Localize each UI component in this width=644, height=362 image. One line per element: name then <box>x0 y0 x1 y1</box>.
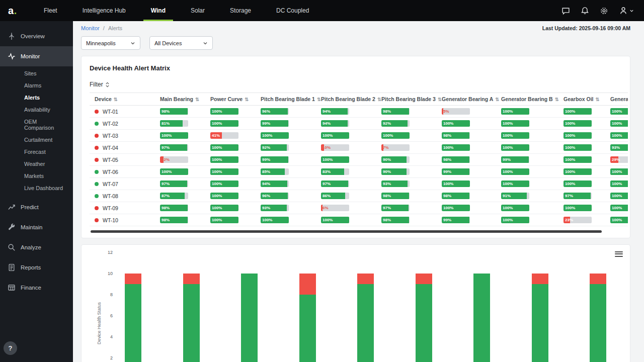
health-bar: 12% <box>160 156 188 163</box>
column-header-device[interactable]: Device⇅ <box>90 93 160 106</box>
nav-item-intelligence-hub[interactable]: Intelligence Hub <box>70 0 138 21</box>
health-bar: 90% <box>381 156 410 163</box>
help-button[interactable]: ? <box>4 341 17 355</box>
bar-segment-healthy[interactable] <box>473 274 490 362</box>
bar-segment-healthy[interactable] <box>416 284 432 362</box>
turbine-icon <box>8 32 16 40</box>
sidebar-item-predict[interactable]: Predict <box>0 197 73 217</box>
sidebar-subitem-sites[interactable]: Sites <box>0 67 73 79</box>
bar-segment-alert[interactable] <box>532 274 548 284</box>
sidebar-item-reports[interactable]: Reports <box>0 257 73 278</box>
health-bar: 92% <box>381 120 410 127</box>
health-bar: 100% <box>501 108 529 115</box>
app-logo[interactable]: a. <box>0 5 31 17</box>
matrix-filter-label: Filter <box>90 81 103 88</box>
health-bar: 100% <box>610 180 628 187</box>
column-header-label: Generator Winding <box>610 96 628 102</box>
nav-item-solar[interactable]: Solar <box>178 0 217 21</box>
health-bar: 97% <box>321 180 349 187</box>
sidebar-subitem-forecast[interactable]: Forecast <box>0 146 73 158</box>
breadcrumb-monitor-link[interactable]: Monitor <box>81 25 100 31</box>
sort-icon[interactable]: ⇅ <box>438 97 442 102</box>
column-header-pitch-bearing-blade-1[interactable]: Pitch Bearing Blade 1⇅ <box>261 93 321 106</box>
settings-gear-icon[interactable] <box>600 7 608 15</box>
column-header-main-bearing[interactable]: Main Bearing⇅ <box>160 93 210 106</box>
status-dot <box>95 170 99 174</box>
nav-item-fleet[interactable]: Fleet <box>31 0 70 21</box>
health-percent-label: 100% <box>383 132 393 139</box>
sidebar-subitem-live-dashboard[interactable]: Live Dashboard <box>0 182 73 194</box>
column-header-pitch-bearing-blade-2[interactable]: Pitch Bearing Blade 2⇅ <box>321 93 381 106</box>
health-percent-label: 100% <box>262 132 272 139</box>
chat-icon[interactable] <box>561 7 570 15</box>
health-percent-label: 99% <box>503 156 511 163</box>
site-select-value: Minneapolis <box>86 40 116 46</box>
column-header-generator-bearing-b[interactable]: Generator Bearing B⇅ <box>501 93 564 106</box>
health-percent-label: 100% <box>323 156 333 163</box>
matrix-title: Device Health Alert Matrix <box>90 64 622 72</box>
health-status-chart-card: Device Health Status 24681012 <box>81 244 630 362</box>
sidebar-subitem-oem-comparison[interactable]: OEM Comparison <box>0 116 73 134</box>
health-percent-label: 100% <box>612 217 622 223</box>
bar-segment-healthy[interactable] <box>590 284 606 362</box>
sort-icon[interactable]: ⇅ <box>114 97 118 102</box>
bar-segment-alert[interactable] <box>299 274 316 295</box>
sidebar-subitem-weather[interactable]: Weather <box>0 158 73 170</box>
sort-icon[interactable]: ⇅ <box>555 97 559 102</box>
column-header-pitch-bearing-blade-3[interactable]: Pitch Bearing Blade 3⇅ <box>381 93 442 106</box>
sidebar-item-finance[interactable]: Finance <box>0 278 73 298</box>
column-header-gearbox-oil[interactable]: Gearbox Oil⇅ <box>564 93 610 106</box>
column-header-generator-winding[interactable]: Generator Winding⇅ <box>610 93 628 106</box>
sort-icon[interactable]: ⇅ <box>495 97 499 102</box>
matrix-filter-button[interactable]: Filter <box>90 81 110 88</box>
bar-segment-healthy[interactable] <box>357 284 374 362</box>
health-bar: 100% <box>501 132 529 139</box>
bar-segment-alert[interactable] <box>125 274 141 284</box>
bar-segment-healthy[interactable] <box>532 284 548 362</box>
health-percent-label: 97% <box>383 205 391 211</box>
sidebar-item-overview[interactable]: Overview <box>0 26 73 46</box>
sidebar-subitem-markets[interactable]: Markets <box>0 170 73 182</box>
bar-segment-alert[interactable] <box>357 274 374 284</box>
sidebar-item-analyze[interactable]: Analyze <box>0 237 73 257</box>
sort-icon[interactable]: ⇅ <box>377 97 381 102</box>
table-row: WT-0797%100%94%97%93%100%100%100%100% <box>90 178 628 190</box>
bar-segment-healthy[interactable] <box>241 274 258 362</box>
chevron-down-icon <box>203 41 208 46</box>
sidebar-subitem-availability[interactable]: Availability <box>0 104 73 116</box>
nav-item-wind[interactable]: Wind <box>138 0 178 21</box>
health-bar: 98% <box>160 217 188 223</box>
bar-segment-alert[interactable] <box>416 274 432 284</box>
nav-item-storage[interactable]: Storage <box>217 0 264 21</box>
bar-segment-alert[interactable] <box>590 274 606 284</box>
health-bar: 100% <box>261 132 289 139</box>
bar-segment-healthy[interactable] <box>299 295 316 362</box>
sidebar-item-monitor[interactable]: Monitor <box>0 46 73 66</box>
device-select[interactable]: All Devices <box>149 36 213 50</box>
column-header-generator-bearing-a[interactable]: Generator Bearing A⇅ <box>442 93 501 106</box>
site-select[interactable]: Minneapolis <box>81 36 140 50</box>
bar-segment-healthy[interactable] <box>125 284 141 362</box>
scrollbar-thumb[interactable] <box>91 230 602 233</box>
health-percent-label: 100% <box>443 144 453 151</box>
health-percent-label: 99% <box>443 168 451 175</box>
bar-segment-alert[interactable] <box>183 274 200 284</box>
bar-segment-healthy[interactable] <box>183 284 200 362</box>
matrix-table-wrap: Device⇅Main Bearing⇅Power Curve⇅Pitch Be… <box>90 93 628 226</box>
sidebar-item-maintain[interactable]: Maintain <box>0 217 73 237</box>
nav-item-dc-coupled[interactable]: DC Coupled <box>264 0 321 21</box>
user-menu[interactable] <box>619 6 634 15</box>
sort-icon[interactable]: ⇅ <box>596 97 600 102</box>
health-percent-label: 5% <box>443 108 449 115</box>
health-bar: 91% <box>501 193 529 199</box>
sidebar-subitem-alarms[interactable]: Alarms <box>0 79 73 92</box>
sidebar-subitem-alerts[interactable]: Alerts <box>0 92 73 104</box>
sidebar-subitem-curtailment[interactable]: Curtailment <box>0 134 73 146</box>
column-header-power-curve[interactable]: Power Curve⇅ <box>210 93 261 106</box>
sort-icon[interactable]: ⇅ <box>195 97 199 102</box>
health-percent-label: 100% <box>212 108 222 115</box>
sort-icon[interactable]: ⇅ <box>317 97 321 102</box>
health-percent-label: 100% <box>612 132 622 139</box>
notifications-bell-icon[interactable] <box>581 7 589 15</box>
sort-icon[interactable]: ⇅ <box>245 97 249 102</box>
